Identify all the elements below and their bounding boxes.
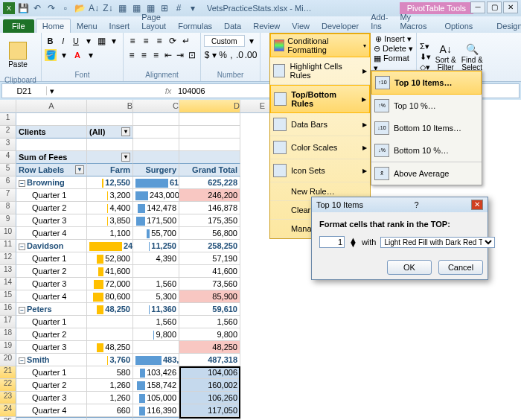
spin-down[interactable]: ▼: [349, 242, 357, 246]
count-input[interactable]: [319, 236, 345, 248]
cell[interactable]: 48,250: [87, 341, 133, 354]
cell[interactable]: [179, 151, 240, 164]
bottom10-percent[interactable]: ↓%Bottom 10 %…: [371, 139, 482, 162]
cell[interactable]: Quarter 2: [16, 265, 87, 278]
cell[interactable]: Quarter 1: [16, 316, 87, 328]
cell[interactable]: 48,250: [179, 341, 240, 354]
style-select[interactable]: Light Red Fill with Dark Red Text: [380, 237, 495, 248]
cell[interactable]: [133, 113, 179, 126]
cell[interactable]: Surgery: [133, 164, 179, 176]
cell[interactable]: 580: [87, 366, 133, 379]
cell[interactable]: 3,760: [87, 354, 133, 366]
underline-button[interactable]: U: [70, 35, 81, 47]
align-bot-icon[interactable]: ≡: [153, 35, 165, 47]
wrap-icon[interactable]: ↵: [180, 35, 192, 47]
cell[interactable]: 11,250: [133, 240, 179, 252]
more-icon[interactable]: ▾: [187, 2, 199, 14]
tab-formulas[interactable]: Formulas: [172, 19, 218, 33]
cell[interactable]: [87, 316, 133, 328]
cell[interactable]: 73,560: [179, 278, 240, 290]
cell[interactable]: 85,900: [179, 290, 240, 303]
col-C[interactable]: C: [133, 100, 179, 113]
tab-my-macros[interactable]: My Macros: [394, 10, 432, 33]
cell[interactable]: Quarter 3: [16, 392, 87, 404]
cell[interactable]: [133, 265, 179, 278]
cell[interactable]: Quarter 1: [16, 189, 87, 202]
align-center-icon[interactable]: ≡: [138, 49, 149, 61]
cell[interactable]: −Davidson: [16, 240, 87, 252]
cell[interactable]: 625,228: [179, 176, 240, 189]
cf-databars[interactable]: Data Bars▶: [270, 113, 370, 136]
cell[interactable]: Quarter 1: [16, 366, 87, 379]
indent-icon[interactable]: ⇥: [175, 49, 185, 61]
tab-options[interactable]: Options: [432, 19, 485, 33]
cf-colorscales[interactable]: Color Scales▶: [270, 136, 370, 159]
tab-data[interactable]: Data: [218, 19, 247, 33]
cell[interactable]: 59,610: [179, 303, 240, 316]
cell[interactable]: 55,700: [133, 227, 179, 240]
ok-button[interactable]: OK: [387, 260, 432, 275]
paste-button[interactable]: Paste: [3, 34, 33, 76]
cell[interactable]: 1,560: [133, 278, 179, 290]
cell[interactable]: Quarter 4: [16, 227, 87, 240]
cell[interactable]: Quarter 2: [16, 328, 87, 341]
new-icon[interactable]: ▫: [60, 2, 71, 14]
cell[interactable]: ▾: [87, 151, 133, 164]
cell[interactable]: 5,300: [133, 290, 179, 303]
orient-icon[interactable]: ⟳: [167, 35, 179, 47]
cell[interactable]: 41,600: [87, 265, 133, 278]
select-all[interactable]: [0, 100, 16, 113]
cell[interactable]: 175,350: [179, 214, 240, 227]
cell[interactable]: Quarter 3: [16, 341, 87, 354]
border-button[interactable]: ▦: [96, 35, 107, 47]
cell[interactable]: 243,000: [133, 189, 179, 202]
inc-dec-icon[interactable]: .0: [236, 49, 243, 61]
cell[interactable]: [16, 139, 87, 151]
delete-button[interactable]: ⊖ Delete ▾: [374, 44, 413, 54]
cell[interactable]: 311,560: [87, 417, 133, 420]
tab-view[interactable]: View: [286, 19, 316, 33]
cell[interactable]: 9,800: [179, 328, 240, 341]
cf-button[interactable]: Conditional Formatting▾: [270, 34, 370, 57]
cell[interactable]: 660: [87, 404, 133, 417]
tab-review[interactable]: Review: [247, 19, 286, 33]
cell[interactable]: Sum of Fees: [16, 151, 87, 164]
dialog-help-icon[interactable]: ?: [414, 200, 418, 209]
cell[interactable]: Quarter 4: [16, 290, 87, 303]
cell[interactable]: [16, 113, 87, 126]
cell[interactable]: [133, 139, 179, 151]
cell[interactable]: [133, 126, 179, 139]
cell[interactable]: 103,426: [133, 366, 179, 379]
above-average[interactable]: x̄Above Average: [371, 162, 482, 185]
top10-items[interactable]: ↑10Top 10 Items…: [371, 71, 482, 95]
cell[interactable]: 1,260: [87, 392, 133, 404]
cell[interactable]: 11,360: [133, 303, 179, 316]
file-tab[interactable]: File: [3, 19, 34, 33]
col-B[interactable]: B: [87, 100, 133, 113]
cell[interactable]: 52,800: [87, 252, 133, 265]
cell[interactable]: 48,250: [87, 303, 133, 316]
tab-page-layout[interactable]: Page Layout: [135, 10, 172, 33]
dialog-close-button[interactable]: ✕: [471, 200, 483, 210]
tab-menu[interactable]: Menu: [71, 19, 103, 33]
cancel-button[interactable]: Cancel: [438, 260, 483, 275]
redo-icon[interactable]: ↷: [45, 2, 57, 14]
undo-icon[interactable]: ↶: [31, 2, 43, 14]
cell[interactable]: 72,000: [87, 278, 133, 290]
fill-icon[interactable]: ⬇▾: [420, 52, 431, 62]
cell[interactable]: 116,390: [133, 404, 179, 417]
cell[interactable]: −Peters: [16, 303, 87, 316]
cell[interactable]: (All)▾: [87, 126, 133, 139]
restore-button[interactable]: ▢: [487, 1, 502, 13]
cell[interactable]: Quarter 2: [16, 202, 87, 214]
tab-design[interactable]: Design: [485, 19, 521, 33]
cell[interactable]: 56,800: [179, 227, 240, 240]
minimize-button[interactable]: ─: [470, 1, 485, 13]
cell[interactable]: 80,600: [87, 290, 133, 303]
merge-icon[interactable]: ⊡: [187, 49, 197, 61]
cell[interactable]: [87, 139, 133, 151]
cell[interactable]: 142,478: [133, 202, 179, 214]
cell[interactable]: 171,500: [133, 214, 179, 227]
dedent-icon[interactable]: ⇤: [163, 49, 173, 61]
cell[interactable]: [179, 139, 240, 151]
